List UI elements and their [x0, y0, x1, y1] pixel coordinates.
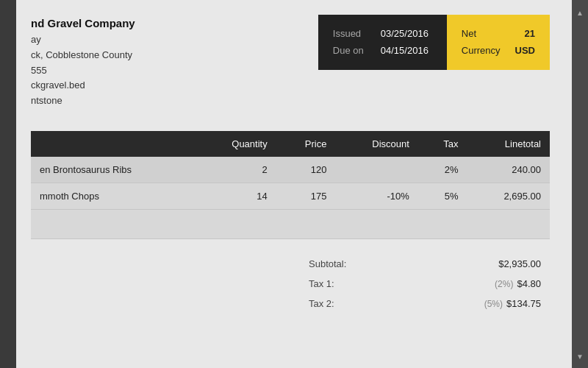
subtotal-label: Subtotal: — [309, 258, 346, 269]
invoice-header: nd Gravel Company ay ck, Cobblestone Cou… — [31, 15, 550, 109]
company-line3: 555 — [31, 63, 135, 79]
currency-row: Currency USD — [462, 42, 535, 59]
company-line2: ck, Cobblestone County — [31, 48, 135, 63]
col-description — [31, 131, 196, 157]
table-header: Quantity Price Discount Tax Linetotal — [31, 131, 550, 157]
page-container: nd Gravel Company ay ck, Cobblestone Cou… — [0, 0, 588, 368]
scroll-up-icon[interactable]: ▲ — [576, 9, 584, 17]
totals-section: Subtotal: $2,935.00 Tax 1: (2%)$4.80 Tax… — [31, 254, 550, 314]
due-date: 04/15/2016 — [381, 42, 429, 59]
tax1-row: Tax 1: (2%)$4.80 — [300, 274, 550, 294]
issued-date: 03/25/2016 — [381, 25, 429, 42]
col-price: Price — [276, 131, 336, 157]
table-row: mmoth Chops 14 175 -10% 5% 2,695.00 — [31, 183, 550, 209]
currency-label: Currency — [462, 42, 501, 59]
row1-quantity: 2 — [196, 157, 276, 183]
row2-tax: 5% — [418, 183, 467, 209]
company-info: nd Gravel Company ay ck, Cobblestone Cou… — [31, 15, 135, 109]
tax2-rate: (5%) — [484, 299, 503, 309]
subtotal-value: $2,935.00 — [498, 258, 541, 269]
due-row: Due on 04/15/2016 — [333, 42, 432, 59]
date-box: Issued 03/25/2016 Due on 04/15/2016 — [318, 15, 447, 70]
tax2-value: (5%)$134.75 — [484, 298, 541, 309]
empty-row — [31, 209, 550, 238]
document-area: nd Gravel Company ay ck, Cobblestone Cou… — [16, 0, 572, 368]
row1-discount — [335, 157, 417, 183]
issued-label: Issued — [333, 25, 373, 42]
tax1-label: Tax 1: — [309, 278, 334, 289]
row2-price: 175 — [276, 183, 336, 209]
invoice-table: Quantity Price Discount Tax Linetotal en… — [31, 131, 550, 239]
tax2-label: Tax 2: — [309, 298, 334, 309]
header-row: Quantity Price Discount Tax Linetotal — [31, 131, 550, 157]
row1-price: 120 — [276, 157, 336, 183]
tax1-rate: (2%) — [495, 279, 513, 289]
row2-discount: -10% — [335, 183, 417, 209]
net-row: Net 21 — [462, 25, 535, 42]
row1-description: en Brontosaurus Ribs — [31, 157, 196, 183]
subtotal-row: Subtotal: $2,935.00 — [300, 254, 550, 274]
left-sidebar — [0, 0, 16, 368]
company-line1: ay — [31, 32, 135, 48]
row2-linetotal: 2,695.00 — [467, 183, 550, 209]
col-discount: Discount — [335, 131, 417, 157]
currency-value: USD — [515, 42, 535, 59]
tax2-amount: $134.75 — [506, 298, 541, 309]
table-row: en Brontosaurus Ribs 2 120 2% 240.00 — [31, 157, 550, 183]
table-body: en Brontosaurus Ribs 2 120 2% 240.00 mmo… — [31, 157, 550, 239]
col-tax: Tax — [418, 131, 467, 157]
totals-table: Subtotal: $2,935.00 Tax 1: (2%)$4.80 Tax… — [300, 254, 550, 314]
row1-linetotal: 240.00 — [467, 157, 550, 183]
company-name: nd Gravel Company — [31, 15, 135, 32]
company-line5: ntstone — [31, 93, 135, 109]
row1-tax: 2% — [418, 157, 467, 183]
net-label: Net — [462, 25, 476, 42]
tax1-amount: $4.80 — [517, 278, 541, 289]
scroll-down-icon[interactable]: ▼ — [576, 353, 584, 361]
row2-description: mmoth Chops — [31, 183, 196, 209]
net-value: 21 — [525, 25, 535, 42]
due-label: Due on — [333, 42, 373, 59]
issued-row: Issued 03/25/2016 — [333, 25, 432, 42]
row2-quantity: 14 — [196, 183, 276, 209]
col-quantity: Quantity — [196, 131, 276, 157]
tax2-row: Tax 2: (5%)$134.75 — [300, 294, 550, 314]
header-boxes: Issued 03/25/2016 Due on 04/15/2016 Net … — [318, 15, 550, 70]
company-line4: ckgravel.bed — [31, 78, 135, 93]
tax1-value: (2%)$4.80 — [495, 278, 541, 289]
currency-box: Net 21 Currency USD — [447, 15, 550, 70]
col-linetotal: Linetotal — [467, 131, 550, 157]
right-sidebar: ▲ ▼ — [572, 0, 588, 368]
